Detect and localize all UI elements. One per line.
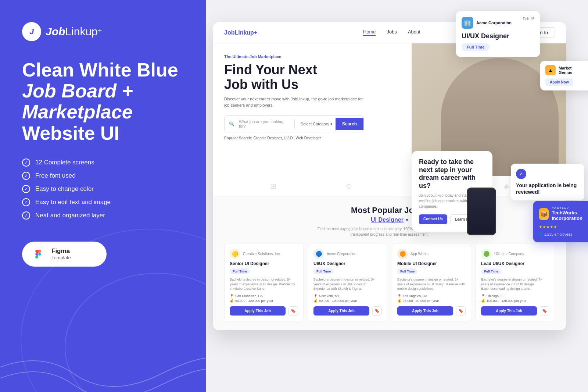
- logo-container: J JobLinkup+: [22, 22, 184, 41]
- search-divider: [294, 120, 295, 128]
- job-3-save-button[interactable]: 🔖: [456, 306, 466, 316]
- logo-plus: +: [98, 26, 102, 35]
- figma-badge[interactable]: Figma Template: [22, 242, 107, 267]
- logo-text: JobLinkup+: [46, 25, 102, 38]
- card-date: Feb 15: [523, 17, 534, 21]
- status-text: Your application is being reviewed!: [516, 182, 579, 195]
- mock-nav-logo: JobLinkup+: [224, 29, 257, 36]
- job-1-save-button[interactable]: 🔖: [288, 306, 298, 316]
- card-job-top: 🏢 Acme Corporation Feb 15: [462, 17, 534, 29]
- job-4-save-button[interactable]: 🔖: [540, 306, 549, 316]
- mobile-card-title: Ready to take the next step in your drea…: [419, 158, 485, 190]
- check-icon-3: ✓: [22, 185, 30, 193]
- job-4-location: 📍 Chicago, IL: [481, 294, 549, 298]
- floating-mobile-card: Ready to take the next step in your drea…: [412, 151, 492, 232]
- figma-subtitle: Template: [51, 255, 71, 260]
- search-category-select[interactable]: Select Category ▾: [298, 122, 336, 126]
- job-card-4: 🟢 UXLabs Company Lead UI/UX Designer Ful…: [476, 243, 555, 321]
- job-4-title: Lead UI/UX Designer: [481, 261, 549, 266]
- job-3-title: Mobile UI Designer: [397, 261, 466, 266]
- headline-line4: Website UI: [22, 122, 119, 144]
- features-list: ✓ 12 Complete screens ✓ Free font used ✓…: [22, 158, 184, 220]
- mg-apply-button[interactable]: Apply Now: [545, 78, 573, 86]
- job-4-company: UXLabs Company: [494, 252, 524, 256]
- job-4-meta: 📍 Chicago, IL 💰 100,000 - 130,000 per ye…: [481, 294, 549, 303]
- hero-tag: The Ultimate Job Marketplace: [224, 54, 364, 59]
- card-company-text: Acme Corporation: [476, 21, 512, 25]
- status-check-icon: ✓: [516, 169, 526, 179]
- hero-search-bar[interactable]: 🔍 What job are you looking for? Select C…: [224, 115, 364, 132]
- figma-icon: [31, 247, 46, 261]
- feature-label-3: Easy to change color: [35, 185, 94, 193]
- nav-link-home[interactable]: Home: [363, 29, 376, 36]
- mg-icon: ▲: [545, 65, 556, 75]
- popular-terms: Graphic Designer, UI/UX, Web Developer: [253, 136, 321, 140]
- floating-job-detail-card: 🏢 Acme Corporation Feb 15 UI/UX Designer…: [456, 11, 540, 57]
- job-card-2: 🔵 Acme Corporation UI/UX Designer Full T…: [308, 243, 387, 321]
- salary-icon-4: 💰: [481, 299, 485, 303]
- company-icon-1: ⊞: [270, 182, 276, 190]
- location-icon-3: 📍: [397, 294, 401, 298]
- logo-icon-text: J: [29, 27, 34, 36]
- headline-line1: Clean White Blue: [22, 59, 178, 81]
- feature-item-4: ✓ Easy to edit text and image: [22, 198, 184, 206]
- job-3-meta: 📍 Los Angeles, CA 💰 75,000 - 90,000 per …: [397, 294, 466, 303]
- company-icon-2: ⊙: [346, 182, 352, 190]
- search-button[interactable]: Search: [336, 118, 363, 130]
- job-card-1-header: 🟡 Creative Solutions, Inc.: [230, 249, 298, 259]
- job-1-company-info: Creative Solutions, Inc.: [243, 252, 281, 256]
- location-icon-1: 📍: [230, 294, 234, 298]
- job-4-salary: 💰 100,000 - 130,000 per year: [481, 299, 549, 303]
- jobs-category-selector[interactable]: UI Designer ▾: [224, 217, 555, 223]
- figma-label: Figma Template: [51, 247, 71, 260]
- tw-company-text: COMPANY TechWorks Incorporation: [552, 207, 588, 221]
- employees-icon: 👤: [539, 232, 544, 236]
- job-1-badge: Full Time: [230, 268, 250, 274]
- nav-link-jobs[interactable]: Jobs: [387, 29, 397, 36]
- job-2-save-button[interactable]: 🔖: [372, 306, 382, 316]
- search-input[interactable]: What job are you looking for?: [239, 116, 291, 132]
- company-icon-4: ◈: [503, 182, 509, 190]
- job-3-salary: 💰 75,000 - 90,000 per year: [397, 299, 466, 303]
- job-3-company: App Works: [410, 252, 429, 256]
- job-3-location: 📍 Los Angeles, CA: [397, 294, 466, 298]
- popular-search: Popular Search: Graphic Designer, UI/UX,…: [224, 136, 364, 140]
- left-panel: J JobLinkup+ Clean White Blue Job Board …: [0, 0, 206, 392]
- tw-company-label: COMPANY: [552, 207, 588, 210]
- job-1-apply-button[interactable]: Apply This Job: [230, 306, 286, 316]
- feature-label-4: Easy to edit text and image: [35, 199, 111, 206]
- feature-item-5: ✓ Neat and organized layer: [22, 211, 184, 220]
- job-2-company-info: Acme Corporation: [327, 252, 356, 256]
- search-icon: 🔍: [225, 118, 239, 130]
- floating-market-genius-card: ▲ Market Genius Apply Now: [540, 61, 588, 90]
- job-1-title: Senior UI Designer: [230, 261, 298, 266]
- mg-company-name: Market Genius: [559, 66, 572, 75]
- job-2-company-icon: 🔵: [313, 249, 324, 259]
- job-3-apply-button[interactable]: Apply This Job: [397, 306, 453, 316]
- tw-header: 📦 COMPANY TechWorks Incorporation: [539, 207, 588, 221]
- card-company-info: 🏢 Acme Corporation: [462, 17, 512, 29]
- logo-job: Job: [46, 25, 65, 38]
- job-1-company: Creative Solutions, Inc.: [243, 252, 281, 256]
- mobile-contact-button[interactable]: Contact Us: [419, 214, 447, 224]
- job-1-desc: Bachelor's degree in design or related. …: [230, 277, 298, 291]
- hero-content: The Ultimate Job Marketplace Find Your N…: [224, 54, 364, 140]
- job-4-desc: Bachelor's degree in design or related. …: [481, 277, 549, 291]
- job-3-badge: Full Time: [397, 268, 417, 274]
- job-4-actions: Apply This Job 🔖: [481, 306, 549, 316]
- check-icon-2: ✓: [22, 172, 30, 180]
- job-2-title: UI/UX Designer: [313, 261, 382, 266]
- job-card-2-header: 🔵 Acme Corporation: [313, 249, 382, 259]
- nav-link-about[interactable]: About: [408, 29, 420, 36]
- hero-title: Find Your Next Job with Us: [224, 63, 364, 92]
- jobs-section-title: Most Popular Job in: [224, 206, 555, 215]
- job-4-apply-button[interactable]: Apply This Job: [481, 306, 537, 316]
- job-4-company-info: UXLabs Company: [494, 252, 524, 256]
- chevron-down-icon: ▾: [406, 217, 408, 223]
- job-2-apply-button[interactable]: Apply This Job: [313, 306, 369, 316]
- job-2-desc: Bachelor's degree in design or related. …: [313, 277, 382, 291]
- jobs-category-label: UI Designer: [371, 217, 404, 223]
- job-1-meta: 📍 San Francisco, CA 💰 90,000 - 120,000 p…: [230, 294, 298, 303]
- logo-bubble: J: [22, 22, 41, 41]
- job-3-company-info: App Works: [410, 252, 429, 256]
